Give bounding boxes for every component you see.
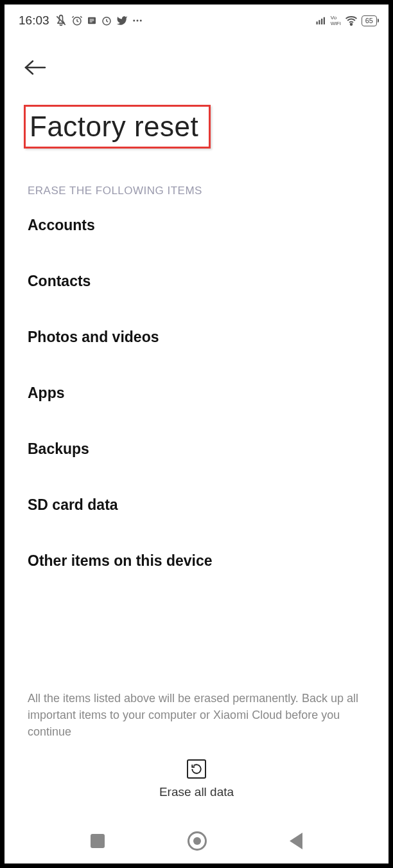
battery-icon: 65 xyxy=(362,15,377,26)
wifi-icon xyxy=(345,14,358,27)
list-item[interactable]: Other items on this device xyxy=(28,533,365,589)
clock-icon xyxy=(101,15,112,26)
svg-point-7 xyxy=(133,20,135,22)
message-icon xyxy=(87,15,97,26)
status-bar: 16:03 xyxy=(4,5,389,37)
alarm-icon xyxy=(71,15,83,26)
list-item[interactable]: Apps xyxy=(28,365,365,421)
nav-recent[interactable] xyxy=(91,834,105,848)
erase-list: Accounts Contacts Photos and videos Apps… xyxy=(4,197,389,589)
list-item[interactable]: SD card data xyxy=(28,477,365,533)
back-row xyxy=(4,37,389,87)
svg-point-14 xyxy=(351,24,353,26)
more-icon xyxy=(132,15,143,26)
list-item[interactable]: Contacts xyxy=(28,253,365,309)
svg-point-9 xyxy=(139,20,141,22)
nav-home[interactable] xyxy=(188,831,207,851)
battery-level: 65 xyxy=(365,17,373,24)
mute-icon xyxy=(55,14,67,27)
status-time: 16:03 xyxy=(19,14,49,28)
list-item[interactable]: Accounts xyxy=(28,197,365,253)
svg-rect-13 xyxy=(324,17,325,24)
erase-button[interactable]: Erase all data xyxy=(4,759,389,799)
twitter-icon xyxy=(116,15,128,26)
warning-text: All the items listed above will be erase… xyxy=(28,690,365,740)
status-left: 16:03 xyxy=(19,14,143,28)
title-highlight: Factory reset xyxy=(24,105,211,149)
signal-icon xyxy=(315,15,327,26)
back-button[interactable] xyxy=(24,55,49,80)
reset-icon xyxy=(187,759,206,779)
svg-rect-11 xyxy=(319,20,320,24)
erase-label: Erase all data xyxy=(159,785,234,799)
vowifi-icon: VoWiFi xyxy=(331,15,341,26)
nav-bar xyxy=(4,831,389,851)
svg-rect-10 xyxy=(316,22,317,25)
status-right: VoWiFi 65 xyxy=(315,14,377,27)
svg-rect-12 xyxy=(321,19,322,24)
nav-back[interactable] xyxy=(290,833,302,849)
page-title: Factory reset xyxy=(30,111,198,143)
list-item[interactable]: Photos and videos xyxy=(28,309,365,365)
list-item[interactable]: Backups xyxy=(28,421,365,477)
svg-point-8 xyxy=(136,20,138,22)
section-header: ERASE THE FOLLOWING ITEMS xyxy=(28,185,389,197)
